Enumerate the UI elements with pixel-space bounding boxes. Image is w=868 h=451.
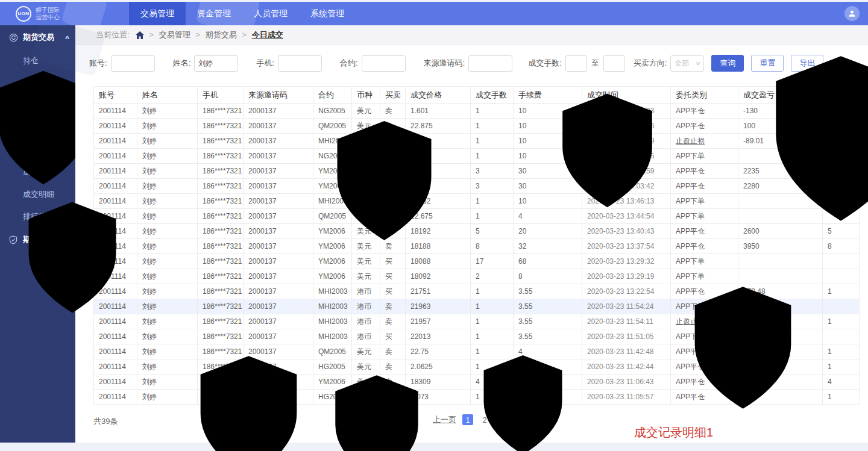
table-cell: 2001114: [94, 104, 137, 119]
table-cell: -89.01: [738, 134, 823, 149]
nav-tab-users[interactable]: 人员管理: [242, 2, 299, 25]
table-cell: 4: [823, 375, 860, 390]
table-cell: 10: [514, 194, 582, 209]
table-cell: 美元: [352, 239, 380, 254]
name-label: 姓名:: [173, 58, 191, 69]
nav-tab-system[interactable]: 系统管理: [299, 2, 356, 25]
export-button[interactable]: 导出: [791, 55, 823, 72]
table-cell: 2000137: [244, 390, 313, 405]
table-cell: [738, 209, 823, 224]
table-cell: 1: [471, 209, 514, 224]
table-cell: APP平仓: [671, 119, 738, 134]
table-cell: 美元: [352, 224, 380, 239]
table-cell: 4: [514, 344, 582, 359]
sidebar-item[interactable]: 跟单列表: [0, 116, 75, 138]
table-cell: 2000137: [244, 284, 313, 299]
trades-table: 账号姓名手机来源邀请码合约币种买卖成交价格成交手数手续费成交时间委托类别成交盈亏…: [93, 86, 860, 405]
lots-max-input[interactable]: [603, 55, 625, 72]
table-cell: 卖: [380, 299, 406, 314]
table-cell: 美元: [352, 359, 380, 375]
table-cell: 2001114: [94, 329, 137, 344]
table-cell: -130: [738, 104, 823, 119]
table-cell: MHI2003: [313, 329, 352, 344]
table-cell: 1: [471, 314, 514, 329]
sidebar-item[interactable]: 今日成交: [0, 94, 75, 116]
phone-label: 手机:: [256, 58, 274, 69]
phone-input[interactable]: [278, 55, 322, 72]
next-page-button[interactable]: 下一页: [496, 414, 520, 425]
table-cell: 5: [823, 224, 860, 239]
column-header: 成交手数: [471, 87, 514, 104]
table-cell: 买: [380, 284, 406, 299]
table-cell: YM2006: [313, 269, 352, 284]
table-cell: 刘婷: [137, 299, 198, 314]
table-cell: YM2006: [313, 164, 352, 179]
table-cell: 350: [738, 359, 823, 375]
table-cell: 刘婷: [137, 104, 198, 119]
table-cell: 5: [471, 224, 514, 239]
table-cell: NG2005: [313, 149, 352, 164]
table-cell: 美元: [352, 149, 380, 164]
table-cell: 1: [471, 329, 514, 344]
table-cell: 美元: [352, 269, 380, 284]
table-cell: 1: [471, 134, 514, 149]
table-cell: APP下单: [671, 269, 738, 284]
table-cell: 21963: [406, 299, 471, 314]
table-cell: 2000137: [244, 119, 313, 134]
stop-profit-loss-link[interactable]: 止盈止损: [676, 137, 705, 145]
sidebar: 期货交易∧持仓今日委托今日成交跟单列表委托记录成交记录成交明细排行榜期货风控∨: [0, 25, 75, 443]
account-input[interactable]: [111, 55, 155, 72]
table-cell: 1: [823, 314, 860, 329]
sidebar-group-futures-risk[interactable]: 期货风控∨: [0, 228, 75, 252]
prev-page-button[interactable]: 上一页: [433, 414, 456, 425]
table-cell: 1: [823, 119, 860, 134]
sidebar-item[interactable]: 今日委托: [0, 72, 75, 94]
table-cell: 2001114: [94, 194, 137, 209]
table-cell: 137.5: [738, 344, 823, 359]
nav-tab-trade[interactable]: 交易管理: [129, 2, 186, 25]
breadcrumb-item[interactable]: 交易管理: [159, 30, 190, 40]
table-header-row: 账号姓名手机来源邀请码合约币种买卖成交价格成交手数手续费成交时间委托类别成交盈亏…: [94, 87, 860, 104]
invite-code-input[interactable]: [468, 55, 512, 72]
table-cell: 186****7321: [198, 119, 244, 134]
table-cell: 186****7321: [198, 239, 244, 254]
page-number-2[interactable]: 2: [479, 414, 490, 425]
table-cell: 2280: [738, 179, 823, 194]
table-cell: 1: [823, 104, 860, 119]
breadcrumb-item[interactable]: 期货交易: [206, 30, 237, 40]
reset-button[interactable]: 重置: [751, 55, 784, 72]
table-cell: [823, 254, 860, 269]
user-icon: [848, 9, 857, 18]
breadcrumb: 当前位置: >交易管理>期货交易>今日成交: [75, 25, 868, 45]
stop-profit-loss-link[interactable]: 止盈止损: [676, 317, 705, 326]
lots-min-input[interactable]: [565, 55, 587, 72]
table-cell: APP平仓: [671, 344, 738, 359]
invite-code-label: 来源邀请码:: [424, 58, 465, 69]
column-header: 账号: [94, 87, 137, 104]
filter-bar: 账号: 姓名: 手机: 合约: 来源邀请码: 成交手数: 至 买卖方向: 全部 …: [75, 45, 868, 72]
sidebar-item[interactable]: 委托记录: [0, 138, 75, 161]
sidebar-item[interactable]: 持仓: [0, 49, 75, 72]
table-cell: 186****7321: [198, 194, 244, 209]
table-cell: 美元: [352, 104, 380, 119]
breadcrumb-item[interactable]: 今日成交: [252, 30, 283, 40]
table-cell: APP下单: [671, 149, 738, 164]
table-cell: 刘婷: [137, 269, 198, 284]
table-cell: 买: [380, 149, 406, 164]
user-avatar[interactable]: [844, 6, 860, 21]
table-cell: APP平仓: [671, 284, 738, 299]
home-icon[interactable]: [136, 31, 144, 39]
table-cell: 刘婷: [137, 134, 198, 149]
table-cell: 刘婷: [137, 314, 198, 329]
sidebar-group-futures-trade[interactable]: 期货交易∧: [0, 25, 75, 49]
name-input[interactable]: [194, 55, 238, 72]
sidebar-item[interactable]: 成交明细: [0, 183, 75, 205]
page-number-1[interactable]: 1: [462, 414, 473, 425]
search-button[interactable]: 查询: [711, 55, 744, 72]
contract-input[interactable]: [362, 55, 406, 72]
nav-tab-funds[interactable]: 资金管理: [186, 2, 242, 25]
sidebar-item[interactable]: 成交记录: [0, 161, 75, 183]
sidebar-item[interactable]: 排行榜: [0, 205, 75, 228]
direction-select[interactable]: 全部 ∨: [670, 55, 704, 72]
column-header: 合约: [313, 87, 352, 104]
